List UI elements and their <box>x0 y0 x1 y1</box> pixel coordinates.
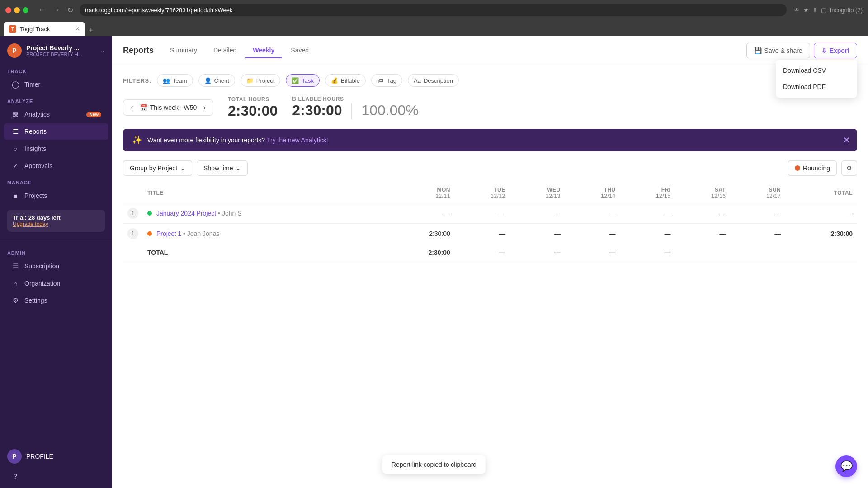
new-tab-button[interactable]: + <box>86 26 96 35</box>
filter-billable[interactable]: 💰 Billable <box>325 74 366 87</box>
total-hours-value: 2:30:00 <box>228 103 278 119</box>
sidebar-project-name: Project Beverly ... <box>26 44 96 52</box>
main-content: Reports Summary Detailed Weekly Saved 💾 … <box>112 36 868 488</box>
save-share-button[interactable]: 💾 Save & share <box>746 43 810 58</box>
sidebar-item-approvals[interactable]: ✓ Approvals <box>4 158 108 174</box>
sidebar-item-projects[interactable]: ■ Projects <box>4 188 108 204</box>
upgrade-link[interactable]: Upgrade today <box>13 221 99 227</box>
forward-button[interactable]: → <box>50 5 63 15</box>
report-table: TITLE MON 12/11 TUE 12/12 WED 12/13 <box>123 183 857 261</box>
sidebar-item-insights[interactable]: ○ Insights <box>4 141 108 157</box>
tab-summary[interactable]: Summary <box>163 43 204 58</box>
billable-icon: 💰 <box>331 77 338 84</box>
export-button[interactable]: ⇩ Export <box>814 43 857 58</box>
rounding-button[interactable]: Rounding <box>788 160 837 176</box>
table-settings-button[interactable]: ⚙ <box>841 160 857 176</box>
row-user: • <box>218 210 222 217</box>
total-sat <box>675 244 730 261</box>
refresh-button[interactable]: ↻ <box>65 5 76 15</box>
filter-billable-label: Billable <box>341 77 360 84</box>
sidebar-project-sub: PROJECT BEVERLY HI... <box>26 52 96 57</box>
row-title-cell: Project 1 • Jean Jonas <box>143 223 383 244</box>
analyze-section-label: ANALYZE <box>0 93 112 106</box>
close-window-button[interactable] <box>5 7 11 13</box>
col-fri: FRI 12/15 <box>620 183 675 203</box>
chevron-down-icon[interactable]: ⌄ <box>100 47 105 54</box>
project-name[interactable]: January 2024 Project <box>156 210 216 217</box>
calendar-icon: 📅 <box>140 104 147 111</box>
total-hours-label: TOTAL HOURS <box>228 96 278 103</box>
table-total-row: TOTAL 2:30:00 — — — — <box>123 244 857 261</box>
row-fri: — <box>620 223 675 244</box>
sidebar-profile[interactable]: P PROFILE <box>0 446 112 467</box>
sidebar-item-analytics[interactable]: ▩ Analytics New <box>4 106 108 122</box>
analytics-link[interactable]: Try the new Analytics! <box>267 136 328 144</box>
tab-weekly[interactable]: Weekly <box>245 43 282 58</box>
tab-saved[interactable]: Saved <box>283 43 316 58</box>
filter-project[interactable]: 📁 Project <box>241 74 280 87</box>
help-icon: ? <box>11 471 20 480</box>
content-area: FILTERS: 👥 Team 👤 Client 📁 Project ✅ Tas… <box>112 65 868 488</box>
total-fri: — <box>620 244 675 261</box>
project-icon: 📁 <box>246 77 254 84</box>
tab-close-button[interactable]: ✕ <box>75 26 80 32</box>
sidebar-item-timer[interactable]: ◯ Timer <box>4 76 108 93</box>
row-sat: — <box>675 203 730 223</box>
billable-hours-group: BILLABLE HOURS 2:30:00 100.00% <box>292 96 418 120</box>
minimize-window-button[interactable] <box>14 7 20 13</box>
project-name[interactable]: Project 1 <box>156 230 181 237</box>
show-time-button[interactable]: Show time ⌄ <box>197 160 248 176</box>
sidebar-item-organization[interactable]: ⌂ Organization <box>4 275 108 291</box>
browser-nav-buttons: ← → ↻ <box>36 5 76 15</box>
filter-task[interactable]: ✅ Task <box>286 74 320 87</box>
sidebar-item-analytics-label: Analytics <box>24 111 82 118</box>
filter-client[interactable]: 👤 Client <box>198 74 235 87</box>
maximize-window-button[interactable] <box>23 7 28 13</box>
sidebar-bottom: P PROFILE ? <box>0 442 112 488</box>
tab-title: Toggl Track <box>20 26 50 33</box>
total-wed: — <box>510 244 565 261</box>
analytics-icon: ▩ <box>11 110 20 119</box>
filter-description[interactable]: Aa Description <box>408 74 459 87</box>
row-total: 2:30:00 <box>785 223 857 244</box>
download-pdf-item[interactable]: Download PDF <box>776 79 857 95</box>
prev-week-button[interactable]: ‹ <box>129 103 135 112</box>
user-avatar: P <box>7 449 22 464</box>
next-week-button[interactable]: › <box>202 103 208 112</box>
app-container: P Project Beverly ... PROJECT BEVERLY HI… <box>0 36 868 488</box>
total-hours-group: TOTAL HOURS 2:30:00 <box>228 96 278 119</box>
client-icon: 👤 <box>204 77 212 84</box>
description-icon: Aa <box>414 77 421 84</box>
export-label: Export <box>830 47 849 54</box>
row-expand-button[interactable]: 1 <box>127 228 138 239</box>
sidebar-item-subscription[interactable]: ☰ Subscription <box>4 258 108 274</box>
billable-percent: 100.00% <box>361 102 418 118</box>
group-by-label: Group by Project <box>130 164 177 172</box>
timer-icon: ◯ <box>11 80 20 89</box>
chevron-down-icon: ⌄ <box>236 164 241 172</box>
banner-close-button[interactable]: ✕ <box>843 135 850 145</box>
col-wed: WED 12/13 <box>510 183 565 203</box>
date-nav[interactable]: ‹ 📅 This week · W50 › <box>123 99 213 116</box>
sidebar-header[interactable]: P Project Beverly ... PROJECT BEVERLY HI… <box>0 36 112 63</box>
filter-team[interactable]: 👥 Team <box>157 74 193 87</box>
track-section-label: TRACK <box>0 63 112 76</box>
browser-chrome: ← → ↻ track.toggl.com/reports/weekly/786… <box>0 0 868 20</box>
back-button[interactable]: ← <box>36 5 48 15</box>
filters-row: FILTERS: 👥 Team 👤 Client 📁 Project ✅ Tas… <box>123 74 857 87</box>
sidebar-item-reports[interactable]: ☰ Reports <box>4 123 108 140</box>
tab-detailed[interactable]: Detailed <box>206 43 244 58</box>
download-csv-item[interactable]: Download CSV <box>776 62 857 79</box>
row-sun: — <box>730 203 785 223</box>
address-bar[interactable]: track.toggl.com/reports/weekly/7862831/p… <box>80 4 787 16</box>
sidebar-item-settings[interactable]: ⚙ Settings <box>4 292 108 309</box>
sidebar-help[interactable]: ? <box>4 468 108 484</box>
browser-right-controls: 👁 ★ ⇩ ▢ Incognito (2) <box>794 7 863 14</box>
chat-support-button[interactable]: 💬 <box>835 455 857 477</box>
date-nav-label: 📅 This week · W50 <box>137 104 199 111</box>
row-expand-button[interactable]: 1 <box>127 208 138 219</box>
filter-tag[interactable]: 🏷 Tag <box>371 74 402 87</box>
group-by-project-button[interactable]: Group by Project ⌄ <box>123 160 192 176</box>
organization-icon: ⌂ <box>11 279 20 288</box>
active-tab[interactable]: T Toggl Track ✕ <box>4 22 85 36</box>
